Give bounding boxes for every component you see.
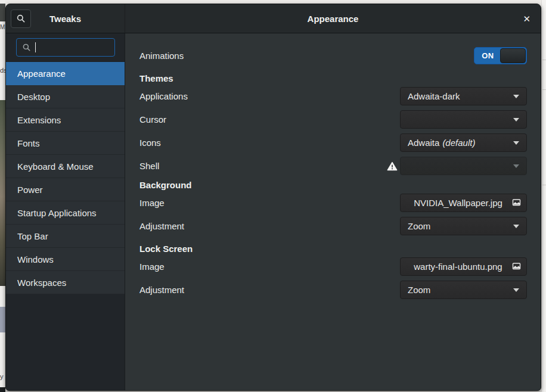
image-file-icon (511, 261, 522, 272)
dropdown-value: Zoom (408, 221, 430, 231)
section-title-background: Background (139, 180, 527, 191)
background-line (542, 89, 546, 90)
search-toggle-button[interactable] (11, 10, 31, 28)
chevron-down-icon (513, 141, 519, 145)
background-text-fragment: M (0, 24, 5, 30)
background-line (542, 60, 546, 60)
lockscreen-image-row: Image warty-final-ubuntu.png (139, 257, 527, 276)
search-input[interactable] (16, 38, 115, 57)
background-image-chooser[interactable]: NVIDIA_Wallpaper.jpg (400, 194, 527, 212)
applications-theme-row: Applications Adwaita-dark (139, 87, 527, 105)
background-image-label: Image (139, 198, 165, 208)
background-text-fragment: ds (0, 67, 5, 74)
lockscreen-adjustment-dropdown[interactable]: Zoom (400, 281, 527, 299)
animations-toggle[interactable]: ON (474, 47, 527, 64)
background-fragment (0, 307, 5, 332)
animations-label: Animations (139, 51, 184, 61)
section-title-lock-screen: Lock Screen (139, 244, 527, 254)
dropdown-value-suffix: (default) (442, 138, 475, 148)
animations-row: Animations ON (139, 46, 527, 65)
sidebar-item-power[interactable]: Power (6, 178, 125, 201)
lockscreen-adjustment-label: Adjustment (139, 285, 184, 295)
sidebar-item-extensions[interactable]: Extensions (6, 108, 125, 132)
toggle-on-label: ON (474, 48, 501, 64)
sidebar-item-desktop[interactable]: Desktop (6, 85, 125, 108)
cursor-theme-row: Cursor (139, 110, 527, 129)
sidebar-item-top-bar[interactable]: Top Bar (6, 225, 125, 248)
window-body: Appearance Desktop Extensions Fonts Keyb… (6, 33, 541, 390)
sidebar-item-keyboard-mouse[interactable]: Keyboard & Mouse (6, 155, 125, 178)
toggle-knob[interactable] (500, 48, 526, 63)
icons-theme-dropdown[interactable]: Adwaita (default) (400, 133, 527, 152)
sidebar-item-workspaces[interactable]: Workspaces (6, 271, 125, 294)
warning-icon (387, 161, 398, 171)
background-fragment (0, 4, 5, 21)
chevron-down-icon (513, 95, 519, 98)
background-photo-fragment (0, 100, 5, 286)
background-left-strip: M ds y (0, 0, 5, 392)
sidebar-item-startup-applications[interactable]: Startup Applications (6, 201, 125, 225)
section-title-themes: Themes (139, 73, 527, 84)
text-cursor (35, 42, 36, 52)
background-text-fragment: y (0, 373, 5, 380)
chevron-down-icon (513, 288, 519, 292)
sidebar: Appearance Desktop Extensions Fonts Keyb… (6, 33, 125, 390)
lockscreen-image-chooser[interactable]: warty-final-ubuntu.png (400, 257, 527, 276)
background-adjustment-row: Adjustment Zoom (139, 217, 527, 235)
chevron-down-icon (513, 118, 519, 122)
shell-theme-dropdown[interactable] (400, 157, 527, 175)
tweaks-window: Tweaks Appearance ✕ (5, 4, 541, 391)
sidebar-nav: Appearance Desktop Extensions Fonts Keyb… (6, 61, 125, 294)
applications-theme-dropdown[interactable]: Adwaita-dark (400, 87, 527, 105)
background-adjustment-dropdown[interactable]: Zoom (400, 217, 527, 235)
titlebar-right: Appearance ✕ (125, 4, 541, 33)
background-right-strip (541, 0, 546, 392)
icons-theme-row: Icons Adwaita (default) (139, 133, 527, 152)
image-file-icon (511, 197, 522, 209)
cursor-theme-dropdown[interactable] (400, 110, 527, 129)
dropdown-value: Zoom (408, 285, 430, 295)
background-adjustment-label: Adjustment (139, 221, 184, 231)
close-button[interactable]: ✕ (520, 12, 533, 26)
dropdown-value: Adwaita (408, 138, 439, 148)
chevron-down-icon (513, 164, 519, 168)
background-fragment (0, 387, 5, 392)
lockscreen-image-label: Image (139, 262, 165, 272)
page-title: Appearance (125, 14, 541, 24)
close-icon: ✕ (523, 14, 531, 24)
dropdown-value: Adwaita-dark (408, 91, 460, 101)
shell-theme-row: Shell (139, 157, 527, 175)
background-image-row: Image NVIDIA_Wallpaper.jpg (139, 194, 527, 212)
titlebar: Tweaks Appearance ✕ (6, 4, 541, 33)
search-icon (22, 43, 31, 52)
shell-label: Shell (139, 161, 159, 171)
file-name: warty-final-ubuntu.png (414, 262, 502, 272)
applications-label: Applications (139, 91, 188, 101)
background-line (542, 185, 546, 185)
cursor-label: Cursor (139, 114, 166, 125)
titlebar-left: Tweaks (6, 4, 125, 33)
sidebar-item-windows[interactable]: Windows (6, 248, 125, 271)
file-name: NVIDIA_Wallpaper.jpg (414, 198, 502, 208)
lockscreen-adjustment-row: Adjustment Zoom (139, 281, 527, 299)
icons-label: Icons (139, 138, 161, 148)
chevron-down-icon (513, 225, 519, 228)
appearance-panel: Animations ON Themes Applications Adwait… (125, 33, 541, 390)
sidebar-item-fonts[interactable]: Fonts (6, 132, 125, 155)
search-icon (16, 14, 26, 23)
sidebar-item-appearance[interactable]: Appearance (6, 62, 125, 85)
